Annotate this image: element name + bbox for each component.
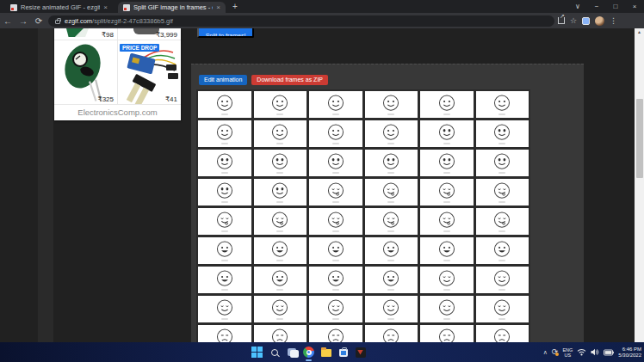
frame-cell[interactable]	[365, 267, 418, 293]
frame-cell[interactable]	[309, 267, 362, 293]
frame-cell[interactable]	[254, 267, 307, 293]
volume-icon[interactable]	[591, 348, 599, 356]
language-indicator[interactable]: ENGUS	[562, 347, 573, 358]
frame-cell[interactable]	[309, 296, 362, 322]
frame-cell[interactable]	[420, 237, 474, 264]
tab-resize-gif[interactable]: Resize animated GIF - ezgif-2-7... ×	[5, 2, 113, 13]
tab-split-gif[interactable]: Split GIF image in frames - ezgif... ×	[118, 2, 226, 13]
frame-cell[interactable]	[254, 150, 307, 176]
frame-cell[interactable]	[476, 208, 529, 235]
frame-cell[interactable]	[476, 120, 529, 147]
frame-cell[interactable]	[365, 208, 418, 235]
scrollbar-thumb[interactable]	[636, 99, 643, 178]
address-bar[interactable]: ezgif.com/split/ezgif-2-47c83386b5.gif	[48, 15, 554, 27]
frame-cell[interactable]	[309, 208, 362, 235]
frame-cell[interactable]	[198, 237, 251, 264]
frame-cell[interactable]	[365, 120, 418, 147]
wifi-icon[interactable]	[577, 348, 586, 356]
start-button[interactable]	[251, 347, 263, 358]
forward-icon[interactable]: →	[15, 16, 31, 26]
frame-cell[interactable]	[365, 150, 418, 176]
url-text: ezgif.com/split/ezgif-2-47c83386b5.gif	[65, 17, 173, 25]
ad-footer-link[interactable]: ElectronicsComp.com	[54, 105, 181, 120]
frame-cell[interactable]	[198, 179, 251, 206]
maximize-button[interactable]: □	[606, 0, 625, 13]
tab-search-icon[interactable]: ∨	[568, 0, 587, 13]
frame-cell[interactable]	[309, 237, 362, 264]
page-scrollbar[interactable]: ▲	[635, 28, 644, 342]
chrome-taskbar-button[interactable]	[303, 347, 314, 358]
frame-cell[interactable]	[420, 150, 474, 176]
frame-cell[interactable]	[254, 237, 307, 264]
game-app-button[interactable]	[355, 347, 366, 358]
tray-expand-icon[interactable]: ∧	[543, 349, 548, 356]
frame-cell[interactable]	[476, 296, 529, 322]
frame-cell[interactable]	[309, 325, 362, 342]
frame-cell[interactable]	[254, 120, 307, 147]
profile-avatar[interactable]	[595, 16, 604, 26]
frame-cell[interactable]	[420, 208, 474, 235]
ad-product[interactable]: ₹98	[54, 28, 117, 40]
frame-cell[interactable]	[198, 120, 251, 147]
frame-cell[interactable]	[198, 91, 251, 118]
file-explorer-button[interactable]	[320, 347, 331, 358]
ad-product[interactable]: ₹3,999	[117, 28, 181, 40]
frame-cell[interactable]	[254, 296, 307, 322]
bookmark-star-icon[interactable]: ☆	[570, 16, 577, 25]
frame-cell[interactable]	[476, 179, 529, 206]
frame-cell[interactable]	[476, 150, 529, 176]
sync-status-icon[interactable]: ⟳	[552, 348, 559, 356]
ad-product[interactable]: PRICE DROP ₹41	[117, 40, 181, 104]
edit-animation-button[interactable]: Edit animation	[199, 75, 247, 85]
frame-cell[interactable]	[420, 179, 474, 206]
frame-cell[interactable]	[365, 296, 418, 322]
frame-cell[interactable]	[420, 267, 474, 293]
frame-cell[interactable]	[365, 325, 418, 342]
frame-cell[interactable]	[476, 325, 529, 342]
frame-cell[interactable]	[198, 208, 251, 235]
reload-icon[interactable]: ⟳	[31, 16, 46, 26]
frame-cell[interactable]	[309, 91, 362, 118]
frame-caption	[332, 318, 339, 320]
close-button[interactable]: ×	[625, 0, 644, 13]
frame-cell[interactable]	[420, 91, 474, 118]
ad-panel[interactable]: ₹98 ₹3,999	[54, 28, 181, 120]
frame-cell[interactable]	[365, 237, 418, 264]
tab-close-icon[interactable]: ×	[216, 3, 220, 11]
frame-cell[interactable]	[198, 325, 251, 342]
clock[interactable]: 6:46 PM5/30/2022	[618, 347, 641, 359]
frame-cell[interactable]	[254, 325, 307, 342]
extension-icon[interactable]	[582, 17, 590, 25]
battery-icon[interactable]	[604, 349, 614, 356]
back-icon[interactable]: ←	[0, 16, 15, 26]
frame-cell[interactable]	[309, 179, 362, 206]
frame-cell[interactable]	[365, 179, 418, 206]
split-to-frames-button[interactable]: Split to frames!	[197, 28, 254, 38]
frame-cell[interactable]	[476, 91, 529, 118]
frame-cell[interactable]	[420, 325, 474, 342]
frame-cell[interactable]	[476, 267, 529, 293]
new-tab-button[interactable]: +	[232, 2, 238, 11]
store-button[interactable]	[337, 347, 349, 358]
frame-cell[interactable]	[309, 150, 362, 176]
scroll-up-icon[interactable]: ▲	[635, 28, 644, 35]
frame-cell[interactable]	[309, 120, 362, 147]
menu-icon[interactable]: ⋮	[610, 16, 617, 25]
frame-cell[interactable]	[254, 179, 307, 206]
frame-cell[interactable]	[365, 91, 418, 118]
frame-cell[interactable]	[198, 150, 251, 176]
frame-cell[interactable]	[254, 91, 307, 118]
share-icon[interactable]	[558, 17, 565, 24]
frame-cell[interactable]	[420, 296, 474, 322]
task-view-button[interactable]	[286, 347, 297, 358]
download-zip-button[interactable]: Download frames as ZIP	[251, 75, 328, 85]
frame-cell[interactable]	[476, 237, 529, 264]
ad-product[interactable]: ₹325	[54, 40, 117, 104]
frame-cell[interactable]	[198, 296, 251, 322]
minimize-button[interactable]: −	[587, 0, 606, 13]
tab-close-icon[interactable]: ×	[103, 3, 108, 11]
frame-cell[interactable]	[198, 267, 251, 293]
search-button[interactable]	[269, 347, 280, 358]
frame-cell[interactable]	[420, 120, 474, 147]
frame-cell[interactable]	[254, 208, 307, 235]
